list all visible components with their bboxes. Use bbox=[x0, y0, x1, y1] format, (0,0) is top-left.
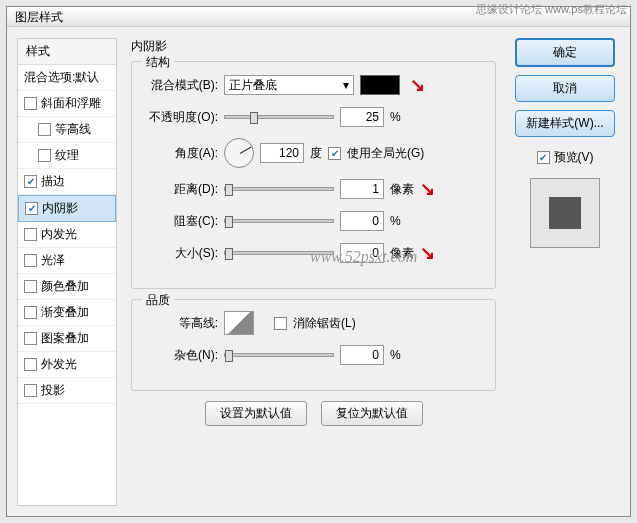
sidebar-item-drop-shadow[interactable]: 投影 bbox=[18, 378, 116, 404]
sidebar-item-blending[interactable]: 混合选项:默认 bbox=[18, 65, 116, 91]
shadow-color-swatch[interactable] bbox=[360, 75, 400, 95]
sidebar-header: 样式 bbox=[18, 39, 116, 65]
choke-unit: % bbox=[390, 214, 401, 228]
global-light-checkbox[interactable]: ✔ bbox=[328, 147, 341, 160]
checkbox-icon[interactable] bbox=[24, 254, 37, 267]
red-arrow-annotation: ↘ bbox=[420, 178, 435, 200]
chevron-down-icon: ▾ bbox=[343, 78, 349, 92]
angle-input[interactable]: 120 bbox=[260, 143, 304, 163]
set-default-button[interactable]: 设置为默认值 bbox=[205, 401, 307, 426]
angle-unit: 度 bbox=[310, 145, 322, 162]
size-label: 大小(S): bbox=[146, 245, 218, 262]
checkbox-icon[interactable] bbox=[24, 280, 37, 293]
noise-label: 杂色(N): bbox=[146, 347, 218, 364]
sidebar-item-texture[interactable]: 纹理 bbox=[18, 143, 116, 169]
main-panel: 内阴影 结构 混合模式(B): 正片叠底▾ ↘ 不透明度(O): 25 % 角度… bbox=[125, 38, 502, 506]
contour-label: 等高线: bbox=[146, 315, 218, 332]
antialias-checkbox[interactable] bbox=[274, 317, 287, 330]
sidebar-item-color-overlay[interactable]: 颜色叠加 bbox=[18, 274, 116, 300]
right-panel: 确定 取消 新建样式(W)... ✔ 预览(V) bbox=[510, 38, 620, 506]
noise-slider[interactable] bbox=[224, 353, 334, 357]
choke-slider[interactable] bbox=[224, 219, 334, 223]
checkbox-icon[interactable] bbox=[24, 306, 37, 319]
new-style-button[interactable]: 新建样式(W)... bbox=[515, 110, 615, 137]
checkbox-icon[interactable] bbox=[38, 149, 51, 162]
sidebar-item-inner-glow[interactable]: 内发光 bbox=[18, 222, 116, 248]
choke-label: 阻塞(C): bbox=[146, 213, 218, 230]
checkbox-icon[interactable] bbox=[24, 332, 37, 345]
sidebar-item-bevel[interactable]: 斜面和浮雕 bbox=[18, 91, 116, 117]
contour-picker[interactable] bbox=[224, 311, 254, 335]
sidebar-item-contour[interactable]: 等高线 bbox=[18, 117, 116, 143]
watermark-top: 思缘设计论坛 www.ps教程论坛 bbox=[476, 2, 627, 17]
choke-input[interactable]: 0 bbox=[340, 211, 384, 231]
opacity-unit: % bbox=[390, 110, 401, 124]
reset-default-button[interactable]: 复位为默认值 bbox=[321, 401, 423, 426]
preview-swatch bbox=[530, 178, 600, 248]
blend-mode-dropdown[interactable]: 正片叠底▾ bbox=[224, 75, 354, 95]
angle-dial[interactable] bbox=[224, 138, 254, 168]
opacity-slider[interactable] bbox=[224, 115, 334, 119]
distance-unit: 像素 bbox=[390, 181, 414, 198]
preview-checkbox[interactable]: ✔ bbox=[537, 151, 550, 164]
cancel-button[interactable]: 取消 bbox=[515, 75, 615, 102]
checkbox-icon[interactable]: ✔ bbox=[24, 175, 37, 188]
styles-sidebar: 样式 混合选项:默认 斜面和浮雕 等高线 纹理 ✔描边 ✔内阴影 内发光 光泽 … bbox=[17, 38, 117, 506]
checkbox-icon[interactable] bbox=[24, 97, 37, 110]
sidebar-item-gradient-overlay[interactable]: 渐变叠加 bbox=[18, 300, 116, 326]
sidebar-item-pattern-overlay[interactable]: 图案叠加 bbox=[18, 326, 116, 352]
distance-input[interactable]: 1 bbox=[340, 179, 384, 199]
sidebar-item-inner-shadow[interactable]: ✔内阴影 bbox=[18, 195, 116, 222]
checkbox-icon[interactable] bbox=[24, 358, 37, 371]
checkbox-icon[interactable] bbox=[38, 123, 51, 136]
panel-title: 内阴影 bbox=[131, 38, 496, 55]
sidebar-item-stroke[interactable]: ✔描边 bbox=[18, 169, 116, 195]
structure-title: 结构 bbox=[142, 54, 174, 71]
red-arrow-annotation: ↘ bbox=[410, 74, 425, 96]
preview-label: 预览(V) bbox=[554, 149, 594, 166]
opacity-label: 不透明度(O): bbox=[146, 109, 218, 126]
checkbox-icon[interactable] bbox=[24, 384, 37, 397]
global-light-label: 使用全局光(G) bbox=[347, 145, 424, 162]
noise-unit: % bbox=[390, 348, 401, 362]
quality-group: 品质 等高线: 消除锯齿(L) 杂色(N): 0 % bbox=[131, 299, 496, 391]
ok-button[interactable]: 确定 bbox=[515, 38, 615, 67]
opacity-input[interactable]: 25 bbox=[340, 107, 384, 127]
distance-label: 距离(D): bbox=[146, 181, 218, 198]
blend-mode-label: 混合模式(B): bbox=[146, 77, 218, 94]
watermark-url: www.52psxt.com bbox=[310, 248, 417, 266]
angle-label: 角度(A): bbox=[146, 145, 218, 162]
quality-title: 品质 bbox=[142, 292, 174, 309]
checkbox-icon[interactable] bbox=[24, 228, 37, 241]
noise-input[interactable]: 0 bbox=[340, 345, 384, 365]
antialias-label: 消除锯齿(L) bbox=[293, 315, 356, 332]
red-arrow-annotation: ↘ bbox=[420, 242, 435, 264]
distance-slider[interactable] bbox=[224, 187, 334, 191]
sidebar-item-satin[interactable]: 光泽 bbox=[18, 248, 116, 274]
checkbox-icon[interactable]: ✔ bbox=[25, 202, 38, 215]
sidebar-item-outer-glow[interactable]: 外发光 bbox=[18, 352, 116, 378]
